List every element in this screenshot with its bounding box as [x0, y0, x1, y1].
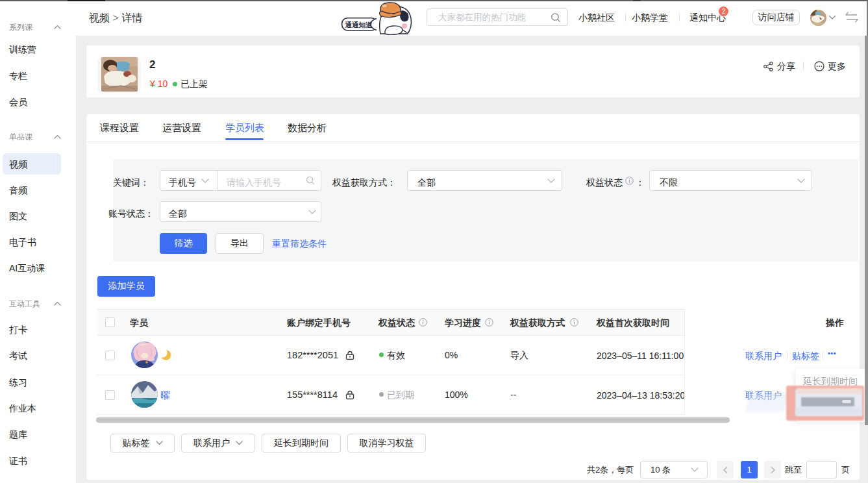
svg-text:通通知道: 通通知道 — [345, 21, 373, 29]
